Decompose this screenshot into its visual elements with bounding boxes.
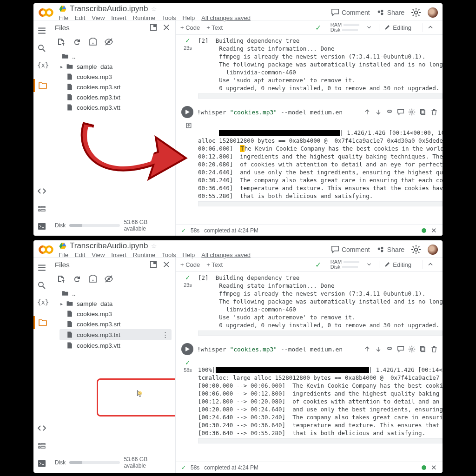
toc-bottom-icon[interactable] xyxy=(37,204,46,213)
delete-cell-icon[interactable] xyxy=(430,108,438,116)
terminal-icon[interactable] xyxy=(37,459,46,468)
collapse-toolbar-icon[interactable] xyxy=(423,23,438,32)
toc-icon[interactable] xyxy=(37,26,46,35)
resource-indicator[interactable]: RAM Disk xyxy=(331,259,359,270)
share-button[interactable]: Share xyxy=(377,8,404,17)
status-time: 58s xyxy=(191,227,199,234)
toggle-hidden-icon[interactable] xyxy=(104,37,113,46)
run-cell-button[interactable] xyxy=(181,106,193,118)
cell-settings-icon[interactable] xyxy=(408,345,416,353)
add-text-cell-button[interactable]: + Text xyxy=(206,24,223,31)
add-code-cell-button[interactable]: + Code xyxy=(180,24,200,31)
cell-comment-icon[interactable] xyxy=(397,345,404,353)
variables-icon[interactable]: {x} xyxy=(37,61,46,71)
close-status-icon[interactable]: ✕ xyxy=(431,463,437,472)
resource-dropdown-icon[interactable] xyxy=(366,261,372,268)
add-text-cell-button[interactable]: + Text xyxy=(206,261,223,268)
variables-icon[interactable]: {x} xyxy=(37,298,46,308)
file-tree-item[interactable]: cookies.mp3.srt xyxy=(60,82,172,92)
file-tree-item[interactable]: .. xyxy=(60,288,172,298)
move-up-icon[interactable] xyxy=(364,108,371,116)
find-icon[interactable] xyxy=(37,281,46,290)
mount-drive-icon[interactable] xyxy=(88,37,98,46)
share-button[interactable]: Share xyxy=(377,245,404,254)
mode-editing[interactable]: Editing xyxy=(379,24,416,31)
toc-icon[interactable] xyxy=(37,263,46,272)
comment-button[interactable]: Comment xyxy=(331,8,370,17)
code-snippets-icon[interactable] xyxy=(37,423,46,433)
clear-output-icon[interactable] xyxy=(185,122,192,129)
colab-logo-icon xyxy=(38,242,54,258)
output-scrollbar[interactable] xyxy=(198,201,443,206)
refresh-files-icon[interactable] xyxy=(73,37,82,46)
cell-output: [2] Building dependency tree Reading sta… xyxy=(198,37,443,92)
cell-code-input[interactable]: !whisper "cookies.mp3" --model medium.en xyxy=(197,109,343,116)
file-icon xyxy=(66,104,73,111)
find-icon[interactable] xyxy=(37,44,46,53)
file-tree-item[interactable]: ▸ sample_data xyxy=(60,298,172,309)
toggle-hidden-icon[interactable] xyxy=(104,274,113,284)
upload-file-icon[interactable] xyxy=(57,274,66,284)
terminal-icon[interactable] xyxy=(37,222,46,231)
cell-settings-icon[interactable] xyxy=(408,108,416,116)
star-icon[interactable]: ☆ xyxy=(151,242,157,250)
settings-gear-icon[interactable] xyxy=(411,7,421,18)
resource-dropdown-icon[interactable] xyxy=(366,24,372,31)
user-avatar[interactable] xyxy=(428,245,438,255)
file-tree-item[interactable]: ▸ sample_data xyxy=(60,61,172,72)
output-scrollbar[interactable] xyxy=(198,93,443,99)
add-code-cell-button[interactable]: + Code xyxy=(180,261,200,268)
cell-link-icon[interactable] xyxy=(386,345,393,353)
output-scrollbar[interactable] xyxy=(198,331,443,336)
toc-bottom-icon[interactable] xyxy=(37,441,46,450)
cell-status-check-icon: ✓ xyxy=(185,274,191,281)
close-panel-icon[interactable] xyxy=(162,260,171,269)
move-up-icon[interactable] xyxy=(364,345,371,353)
file-tree-item[interactable]: cookies.mp3.vtt xyxy=(60,102,172,112)
file-more-icon[interactable]: ⋮ xyxy=(162,331,170,339)
cell-duration: 58s xyxy=(184,367,192,373)
refresh-files-icon[interactable] xyxy=(73,274,82,284)
doc-title[interactable]: TranscribeAudio.ipynb xyxy=(70,241,148,251)
file-tree-item[interactable]: cookies.mp3.txt xyxy=(60,92,172,102)
cell-comment-icon[interactable] xyxy=(397,108,404,116)
cell-code-input[interactable]: !whisper "cookies.mp3" --model medium.en xyxy=(197,346,343,353)
file-tree-item[interactable]: cookies.mp3 xyxy=(60,72,172,82)
delete-cell-icon[interactable] xyxy=(430,345,438,353)
close-panel-icon[interactable] xyxy=(162,23,171,32)
file-icon xyxy=(66,320,73,328)
move-down-icon[interactable] xyxy=(375,345,382,353)
output-scrollbar[interactable] xyxy=(198,438,443,443)
files-tab-icon[interactable] xyxy=(33,316,50,329)
file-tree-item[interactable]: cookies.mp3.vtt xyxy=(60,340,172,350)
app-header: TranscribeAudio.ipynb ☆ File Edit View I… xyxy=(33,3,443,20)
move-down-icon[interactable] xyxy=(375,108,382,116)
file-icon xyxy=(66,310,73,317)
resource-indicator[interactable]: RAM Disk xyxy=(331,22,359,33)
file-tree-item[interactable]: .. xyxy=(60,51,172,61)
file-tree-item[interactable]: cookies.mp3.srt xyxy=(60,319,172,329)
cell-link-icon[interactable] xyxy=(386,108,393,116)
collapse-toolbar-icon[interactable] xyxy=(423,260,438,269)
cell-mirror-icon[interactable] xyxy=(419,108,427,116)
popout-icon[interactable] xyxy=(149,23,158,32)
user-avatar[interactable] xyxy=(428,7,438,18)
run-cell-button[interactable] xyxy=(181,343,193,355)
mode-editing[interactable]: Editing xyxy=(379,261,416,268)
files-tab-icon[interactable] xyxy=(33,79,50,92)
comment-button[interactable]: Comment xyxy=(331,245,370,254)
popout-icon[interactable] xyxy=(149,260,158,269)
doc-title[interactable]: TranscribeAudio.ipynb xyxy=(70,4,148,13)
file-tree-item[interactable]: cookies.mp3.txt⋮ xyxy=(60,329,172,340)
close-status-icon[interactable]: ✕ xyxy=(431,226,437,235)
cell-status-check-icon: ✓ xyxy=(185,359,191,366)
cell-mirror-icon[interactable] xyxy=(419,345,427,353)
settings-gear-icon[interactable] xyxy=(411,245,421,255)
status-bar: ✓ 58s completed at 4:24 PM ✕ xyxy=(176,462,443,473)
code-snippets-icon[interactable] xyxy=(37,186,46,196)
status-time: 58s xyxy=(191,464,199,471)
file-tree-item[interactable]: cookies.mp3 xyxy=(60,309,172,319)
star-icon[interactable]: ☆ xyxy=(151,5,157,13)
mount-drive-icon[interactable] xyxy=(88,274,98,284)
upload-file-icon[interactable] xyxy=(57,37,66,46)
